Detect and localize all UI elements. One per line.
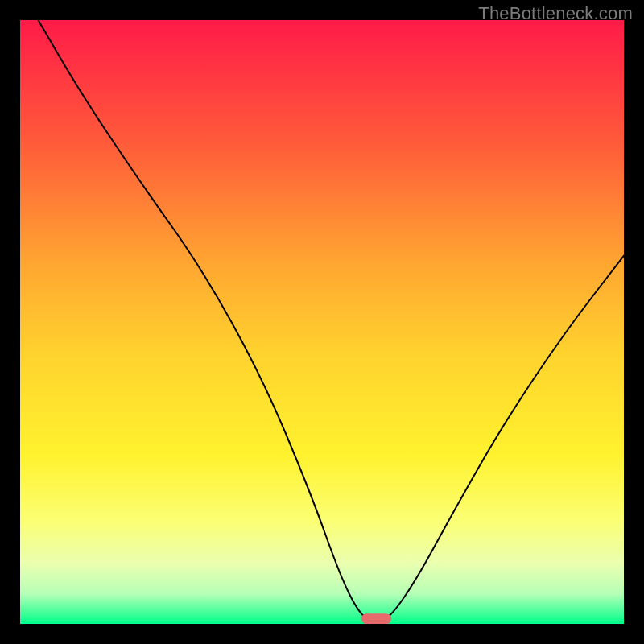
optimal-marker (361, 613, 392, 624)
gradient-background (20, 20, 624, 624)
bottleneck-chart (20, 20, 624, 624)
plot-area (20, 20, 624, 624)
watermark-text: TheBottleneck.com (478, 3, 633, 24)
chart-frame: TheBottleneck.com (0, 0, 644, 644)
